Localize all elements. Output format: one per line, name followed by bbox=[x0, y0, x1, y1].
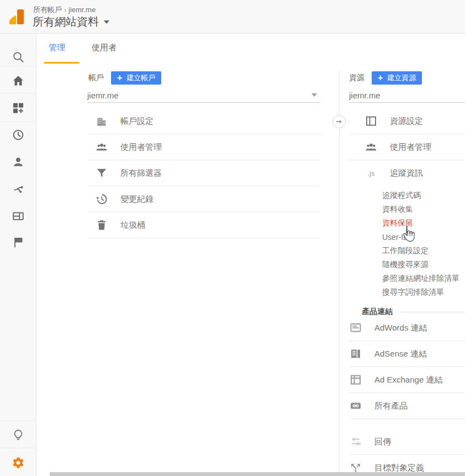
nav-discover-button[interactable] bbox=[0, 422, 36, 448]
history-icon bbox=[95, 192, 108, 206]
create-property-button[interactable]: + 建立資源 bbox=[372, 71, 422, 85]
submenu-item-search-term-exclusion-list[interactable]: 搜尋字詞排除清單 bbox=[349, 285, 465, 299]
submenu-item-tracking-code[interactable]: 追蹤程式碼 bbox=[349, 189, 465, 202]
plus-icon: + bbox=[378, 74, 383, 82]
discover-lightbulb-icon bbox=[12, 428, 25, 442]
menu-item-postbacks[interactable]: 回傳 bbox=[349, 429, 465, 455]
account-column-header: 帳戶 + 建立帳戶 bbox=[88, 71, 161, 85]
left-nav-rail bbox=[0, 34, 36, 476]
tracking-info-submenu: 追蹤程式碼 資料收集 資料保留 User-ID 工作階段設定 隨機搜尋來源 參照… bbox=[349, 189, 465, 299]
property-bottom-menu: 回傳 目標對象定義 bbox=[349, 429, 465, 476]
property-menu: 資源設定 使用者管理 .js 追蹤資訊 bbox=[349, 108, 465, 186]
adsense-list-icon bbox=[349, 347, 362, 360]
account-selector[interactable]: jiemr.me bbox=[87, 88, 320, 103]
acquisition-share-icon bbox=[12, 182, 25, 196]
menu-item-property-settings[interactable]: 資源設定 bbox=[349, 108, 465, 134]
column-divider bbox=[339, 71, 340, 472]
menu-item-tracking-info[interactable]: .js 追蹤資訊 bbox=[349, 160, 465, 186]
menu-item-property-user-management[interactable]: 使用者管理 bbox=[349, 134, 465, 160]
product-links-menu: AdWords 連結 AdSense 連結 bbox=[349, 315, 465, 419]
postback-arrows-icon bbox=[349, 435, 362, 448]
plus-icon: + bbox=[117, 74, 122, 82]
menu-item-all-products[interactable]: 所有產品 bbox=[349, 393, 465, 419]
google-analytics-logo-icon[interactable] bbox=[7, 7, 28, 27]
account-menu: 帳戶設定 使用者管理 所有篩選器 bbox=[88, 108, 320, 238]
submenu-item-session-settings[interactable]: 工作階段設定 bbox=[349, 244, 465, 258]
menu-item-account-settings[interactable]: 帳戶設定 bbox=[88, 108, 320, 134]
property-heading: 資源 bbox=[349, 73, 364, 83]
nav-conversions-button[interactable] bbox=[0, 229, 36, 255]
adexchange-window-icon bbox=[349, 373, 362, 386]
submenu-item-data-collection[interactable]: 資料收集 bbox=[349, 202, 465, 216]
layout-icon bbox=[364, 114, 378, 128]
horizontal-scrollbar[interactable] bbox=[50, 472, 465, 476]
menu-item-adwords-linking[interactable]: AdWords 連結 bbox=[349, 315, 465, 341]
rail-divider bbox=[0, 93, 36, 93]
analytics-admin-page: 所有帳戶›jiemr.me 所有網站資料 bbox=[0, 0, 465, 476]
breadcrumb-account[interactable]: jiemr.me bbox=[68, 6, 96, 14]
submenu-item-referral-exclusion-list[interactable]: 參照連結網址排除清單 bbox=[349, 271, 465, 285]
page-title: 所有網站資料 bbox=[33, 14, 99, 29]
nav-acquisition-button[interactable] bbox=[0, 176, 36, 202]
chevron-down-icon bbox=[104, 20, 109, 24]
customization-icon bbox=[12, 101, 25, 114]
section-divider-line bbox=[400, 312, 465, 312]
menu-item-adsense-linking[interactable]: AdSense 連結 bbox=[349, 341, 465, 367]
breadcrumb-separator: › bbox=[62, 6, 68, 14]
nav-behavior-button[interactable] bbox=[0, 203, 36, 229]
menu-item-adexchange-linking[interactable]: Ad Exchange 連結 bbox=[349, 367, 465, 393]
menu-item-change-history[interactable]: 變更紀錄 bbox=[88, 186, 320, 212]
tab-user[interactable]: 使用者 bbox=[92, 43, 117, 53]
nav-realtime-button[interactable] bbox=[0, 122, 36, 148]
nav-customization-button[interactable] bbox=[0, 95, 36, 121]
top-header: 所有帳戶›jiemr.me 所有網站資料 bbox=[0, 0, 465, 34]
filter-icon bbox=[95, 166, 108, 180]
realtime-clock-icon bbox=[12, 128, 25, 142]
people-icon bbox=[364, 140, 378, 154]
account-heading: 帳戶 bbox=[88, 73, 104, 83]
building-icon bbox=[95, 114, 108, 128]
link-chip-icon bbox=[349, 399, 362, 412]
dropdown-caret-icon bbox=[311, 93, 317, 97]
submenu-item-data-retention[interactable]: 資料保留 bbox=[349, 216, 465, 230]
menu-item-user-management[interactable]: 使用者管理 bbox=[88, 134, 320, 160]
adwords-card-icon bbox=[349, 321, 362, 334]
breadcrumb: 所有帳戶›jiemr.me bbox=[33, 5, 96, 15]
search-icon bbox=[12, 50, 25, 64]
js-icon: .js bbox=[364, 167, 378, 180]
admin-gear-icon bbox=[12, 456, 25, 469]
menu-item-trash-can[interactable]: 垃圾桶 bbox=[88, 212, 320, 238]
rail-divider bbox=[0, 66, 36, 66]
active-tab-underline bbox=[44, 62, 79, 64]
property-column-header: 資源 + 建立資源 bbox=[349, 71, 422, 85]
menu-item-all-filters[interactable]: 所有篩選器 bbox=[88, 160, 320, 186]
behavior-pages-icon bbox=[12, 210, 25, 223]
arrow-right-icon bbox=[335, 118, 343, 125]
submenu-item-user-id[interactable]: User-ID bbox=[349, 230, 465, 244]
expand-column-button[interactable] bbox=[332, 115, 346, 128]
people-icon bbox=[95, 140, 108, 154]
trash-icon bbox=[95, 218, 108, 232]
tab-admin[interactable]: 管理 bbox=[49, 43, 65, 53]
view-selector[interactable]: 所有網站資料 bbox=[33, 14, 109, 29]
rail-divider bbox=[0, 448, 36, 448]
audience-person-icon bbox=[12, 155, 25, 169]
conversions-flag-icon bbox=[12, 236, 25, 249]
property-selector[interactable]: jiemr.me bbox=[349, 88, 465, 103]
create-account-button[interactable]: + 建立帳戶 bbox=[111, 71, 161, 85]
nav-audience-button[interactable] bbox=[0, 149, 36, 175]
home-icon bbox=[12, 74, 25, 87]
breadcrumb-all-accounts[interactable]: 所有帳戶 bbox=[33, 6, 62, 14]
rail-divider bbox=[0, 420, 36, 421]
nav-home-button[interactable] bbox=[0, 67, 36, 94]
submenu-item-organic-search-sources[interactable]: 隨機搜尋來源 bbox=[349, 258, 465, 271]
nav-admin-button[interactable] bbox=[0, 449, 36, 476]
